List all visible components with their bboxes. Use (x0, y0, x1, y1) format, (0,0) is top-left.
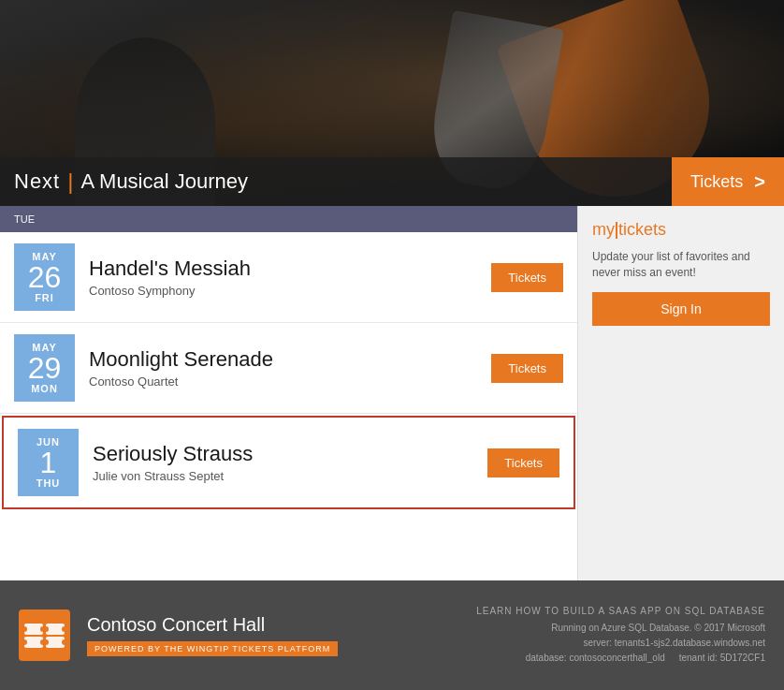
ticket-row-1 (24, 624, 65, 635)
header-bar: Next | A Musical Journey Tickets > (0, 157, 784, 206)
my-tickets-logo: mytickets (592, 220, 666, 240)
event-artist: Julie von Strauss Septet (93, 469, 487, 483)
ticket-stub (24, 637, 43, 648)
header-subtitle: A Musical Journey (80, 169, 248, 194)
event-info: Handel's Messiah Contoso Symphony (89, 257, 491, 298)
hero-section: Next | A Musical Journey Tickets > (0, 0, 784, 206)
event-item-highlighted: JUN 1 THU Seriously Strauss Julie von St… (2, 416, 575, 509)
header-title-group: Next | A Musical Journey (0, 169, 248, 195)
ticket-stub (24, 624, 43, 635)
cursor-decoration (616, 222, 617, 239)
event-date-box: MAY 26 FRI (14, 243, 75, 311)
tickets-header-label: Tickets (690, 172, 743, 192)
footer-right: LEARN HOW TO BUILD A SAAS APP ON SQL DAT… (476, 606, 765, 666)
my-tickets-header: mytickets (592, 220, 770, 240)
sign-in-button[interactable]: Sign In (592, 292, 770, 326)
event-artist: Contoso Symphony (89, 284, 491, 298)
my-tickets-description: Update your list of favorites and never … (592, 249, 770, 281)
logo-my: my (592, 220, 615, 239)
footer-tenant: tenant id: 5D172CF1 (679, 651, 765, 666)
footer-server: server: tenants1-sjs2.database.windows.n… (476, 636, 765, 651)
event-title: Seriously Strauss (93, 442, 487, 466)
header-divider: | (67, 169, 73, 195)
event-info: Moonlight Serenade Contoso Quartet (89, 347, 491, 389)
event-artist: Contoso Quartet (89, 374, 491, 389)
event-day: 1 (22, 448, 74, 477)
event-item: MAY 29 MON Moonlight Serenade Contoso Qu… (0, 323, 577, 414)
event-title: Moonlight Serenade (89, 347, 491, 372)
event-date-box: MAY 29 MON (14, 334, 75, 402)
event-info: Seriously Strauss Julie von Strauss Sept… (93, 442, 487, 483)
footer-db-row: database: contosoconcerthall_old tenant … (476, 651, 765, 666)
event-title: Handel's Messiah (89, 257, 491, 281)
events-list[interactable]: TUE MAY 26 FRI Handel's Messiah Contoso … (0, 206, 578, 580)
logo-tickets: tickets (618, 220, 666, 239)
event-day: 29 (19, 353, 70, 383)
footer-learn-text: LEARN HOW TO BUILD A SAAS APP ON SQL DAT… (476, 606, 765, 616)
date-marker-top: TUE (0, 206, 577, 232)
main-content: TUE MAY 26 FRI Handel's Messiah Contoso … (0, 206, 784, 580)
footer-ticket-icon (19, 609, 70, 661)
event-weekday: MON (19, 383, 70, 394)
footer-brand: Contoso Concert Hall POWERED BY THE WING… (87, 614, 338, 656)
ticket-stub (46, 637, 65, 648)
event-date-box: JUN 1 THU (18, 429, 79, 496)
next-label: Next (14, 169, 60, 194)
event-weekday: FRI (19, 292, 70, 303)
footer-info: Running on Azure SQL Database. © 2017 Mi… (476, 621, 765, 666)
event-tickets-button[interactable]: Tickets (491, 354, 563, 383)
sidebar: mytickets Update your list of favorites … (578, 206, 784, 580)
ticket-stub (46, 624, 65, 635)
tickets-header-arrow: > (754, 171, 765, 193)
event-tickets-button[interactable]: Tickets (487, 448, 559, 477)
footer-brand-name: Contoso Concert Hall (87, 614, 338, 636)
footer-powered-text: POWERED BY THE WINGTIP TICKETS PLATFORM (87, 641, 338, 656)
event-day: 26 (19, 262, 70, 292)
footer-left: Contoso Concert Hall POWERED BY THE WING… (19, 609, 338, 661)
footer-database: database: contosoconcerthall_old (526, 651, 665, 666)
date-marker-text: TUE (14, 213, 35, 225)
footer-running: Running on Azure SQL Database. © 2017 Mi… (476, 621, 765, 636)
event-weekday: THU (22, 477, 74, 489)
ticket-row-2 (24, 637, 65, 648)
event-item: MAY 26 FRI Handel's Messiah Contoso Symp… (0, 232, 577, 323)
event-tickets-button[interactable]: Tickets (491, 263, 563, 292)
footer: Contoso Concert Hall POWERED BY THE WING… (0, 580, 784, 690)
tickets-header-button[interactable]: Tickets > (672, 157, 784, 206)
